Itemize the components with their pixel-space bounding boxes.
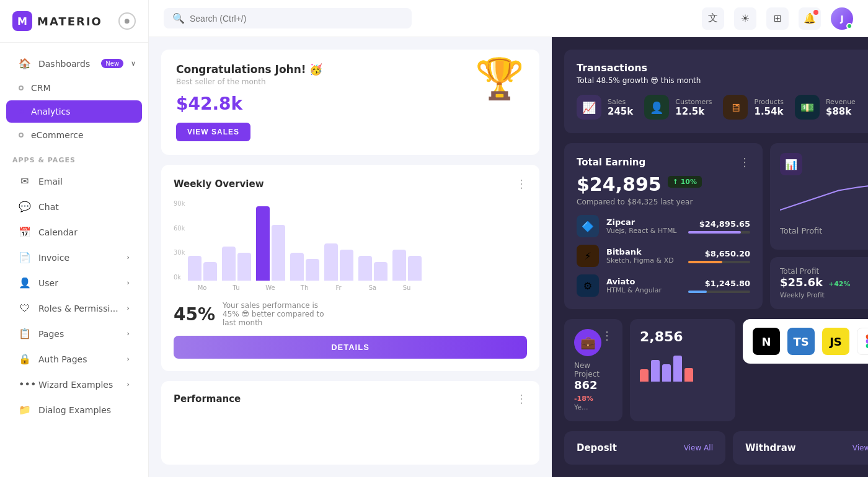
trending-up-icon: 📈	[582, 101, 596, 114]
menu-dots-icon[interactable]: ⋮	[516, 177, 527, 190]
bar-group-th	[290, 253, 319, 281]
stat-customers: 👤 Customers 12.5k	[644, 95, 712, 120]
zipcar-progress	[688, 231, 750, 234]
customers-label: Customers	[675, 98, 712, 106]
bar-group-su	[392, 250, 422, 281]
theme-icon[interactable]: ☀	[734, 7, 756, 30]
translate-icon[interactable]: 文	[702, 7, 724, 30]
deposit-card: Deposit View All	[564, 431, 725, 465]
sidebar-navigation: 🏠 Dashboards New ∨ CRM Analytics eCommer…	[0, 43, 148, 431]
chart-area: 90k 60k 30k 0k	[174, 200, 527, 291]
weekly-overview-card: Weekly Overview ⋮ 90k 60k 30k 0k	[161, 165, 539, 371]
zipcar-name: Zipcar	[606, 217, 681, 227]
chart-with-axis: 90k 60k 30k 0k	[174, 200, 527, 291]
figma-icon	[864, 335, 868, 348]
deposit-withdraw-row: Deposit View All Withdraw View All	[564, 431, 868, 465]
deposit-view-all[interactable]: View All	[684, 444, 713, 452]
bar-group-we	[256, 206, 285, 281]
sidebar-item-auth[interactable]: 🔒 Auth Pages ›	[6, 347, 142, 371]
bar-group-mo	[188, 256, 217, 281]
sidebar-item-ecommerce[interactable]: eCommerce	[6, 124, 142, 146]
products-icon-box: 🖥	[723, 95, 748, 120]
new-project-menu[interactable]: ⋮	[601, 329, 613, 342]
products-icon: 🖥	[730, 101, 741, 114]
dialog-icon: 📁	[19, 404, 31, 416]
tech-logos-area: N TS JS	[743, 319, 868, 421]
weekly-header: Weekly Overview ⋮	[174, 177, 527, 190]
revenue-value: $88k	[826, 106, 856, 117]
aviato-progress	[688, 291, 750, 293]
view-sales-button[interactable]: VIEW SALES	[176, 123, 250, 141]
search-box[interactable]: 🔍	[164, 8, 412, 28]
bitbank-progress	[688, 261, 750, 263]
performance-title: Performance	[174, 393, 241, 405]
sidebar-item-invoice[interactable]: 📄 Invoice ›	[6, 245, 142, 269]
bitbank-amount: $8,650.20	[688, 249, 750, 258]
left-panel: Congratulations John! 🥳 Best seller of t…	[149, 37, 552, 477]
bar-group-tu	[222, 247, 251, 281]
weekly-profit-stat-card: Total Profit $25.6k +42% Weekly Profit	[770, 257, 868, 309]
pages-icon: 📋	[19, 328, 31, 339]
sidebar-item-dialog[interactable]: 📁 Dialog Examples	[6, 398, 142, 422]
zipcar-amount: $24,895.65	[688, 219, 750, 229]
avatar[interactable]: J	[831, 7, 853, 30]
chart-y-axis: 90k 60k 30k 0k	[174, 200, 188, 281]
perf-menu-dots[interactable]: ⋮	[516, 392, 527, 405]
stat-revenue: 💵 Revenue $88k	[795, 95, 856, 120]
aviato-logo: ⚙	[577, 274, 599, 297]
user-icon: 👤	[19, 277, 31, 289]
earning-item-zipcar: 🔷 Zipcar Vuejs, React & HTML $24,895.65	[577, 215, 750, 237]
right-panel: Transactions Total 48.5% growth 😎 this m…	[552, 37, 868, 477]
grid-icon[interactable]: ⊞	[766, 7, 789, 30]
revenue-icon: 💵	[800, 101, 814, 114]
transactions-stats: 📈 Sales 245k 👤 Customers	[577, 95, 868, 120]
apps-section-label: APPS & PAGES	[0, 147, 148, 168]
details-button[interactable]: DETAILS	[174, 336, 527, 359]
sidebar: M MATERIO ⏺ 🏠 Dashboards New ∨ CRM Analy…	[0, 0, 149, 477]
stat-products: 🖥 Products 1.54k	[723, 95, 784, 120]
zipcar-tech: Vuejs, React & HTML	[606, 227, 681, 235]
javascript-logo: JS	[822, 328, 849, 355]
transactions-subtitle: Total 48.5% growth 😎 this month	[577, 76, 701, 85]
bar-chart-icon: 📊	[785, 159, 797, 170]
home-icon: 🏠	[19, 58, 31, 69]
sidebar-item-pages[interactable]: 📋 Pages ›	[6, 322, 142, 346]
sidebar-item-email[interactable]: ✉ Email	[6, 169, 142, 193]
bottom-row: 💼 ⋮ New Project 862 -18% Ye... 2,856	[564, 319, 868, 421]
zipcar-logo: 🔷	[577, 215, 599, 237]
bitbank-logo: ⚡	[577, 245, 599, 267]
record-icon[interactable]: ⏺	[118, 12, 136, 30]
chart-bars	[188, 200, 527, 281]
sidebar-item-crm[interactable]: CRM	[6, 77, 142, 99]
revenue-label: Revenue	[826, 98, 856, 106]
sidebar-item-analytics[interactable]: Analytics	[6, 100, 142, 123]
sidebar-item-dashboards[interactable]: 🏠 Dashboards New ∨	[6, 51, 142, 76]
nav-dot-icon	[19, 85, 24, 90]
chevron-right-icon: ›	[127, 253, 130, 261]
earning-growth-badge: ↑ 10%	[668, 176, 702, 188]
weekly-percentage: 45%	[174, 304, 215, 325]
earning-header: Total Earning ⋮	[577, 155, 750, 168]
calendar-icon: 📅	[19, 226, 31, 238]
app-header: 🔍 文 ☀ ⊞ 🔔 J	[149, 0, 868, 37]
products-value: 1.54k	[754, 106, 784, 117]
earning-menu-dots[interactable]: ⋮	[739, 155, 750, 168]
figma-logo	[857, 328, 868, 355]
products-label: Products	[754, 98, 784, 106]
withdraw-view-all[interactable]: View All	[852, 444, 868, 452]
sidebar-item-user[interactable]: 👤 User ›	[6, 271, 142, 295]
middle-row: Total Earning ⋮ $24,895 ↑ 10% Compared t…	[564, 143, 868, 309]
sidebar-item-chat[interactable]: 💬 Chat	[6, 195, 142, 219]
search-input[interactable]	[190, 14, 403, 24]
sidebar-item-calendar[interactable]: 📅 Calendar	[6, 220, 142, 244]
new-project-count: 862	[574, 379, 598, 392]
total-earning-card: Total Earning ⋮ $24,895 ↑ 10% Compared t…	[564, 143, 763, 309]
chart-x-labels: Mo Tu We Th Fr Sa Su	[188, 284, 527, 291]
sidebar-item-roles[interactable]: 🛡 Roles & Permissi... ›	[6, 296, 142, 320]
notification-icon[interactable]: 🔔	[799, 7, 821, 30]
number-big-value: 2,856	[640, 329, 725, 344]
header-icons: 文 ☀ ⊞ 🔔 J	[702, 7, 853, 30]
customers-icon-box: 👤	[644, 95, 669, 120]
total-profit-chart-card: 📊 ⋮ Total Profit	[770, 143, 868, 250]
sidebar-item-wizard[interactable]: ••• Wizard Examples ›	[6, 372, 142, 396]
